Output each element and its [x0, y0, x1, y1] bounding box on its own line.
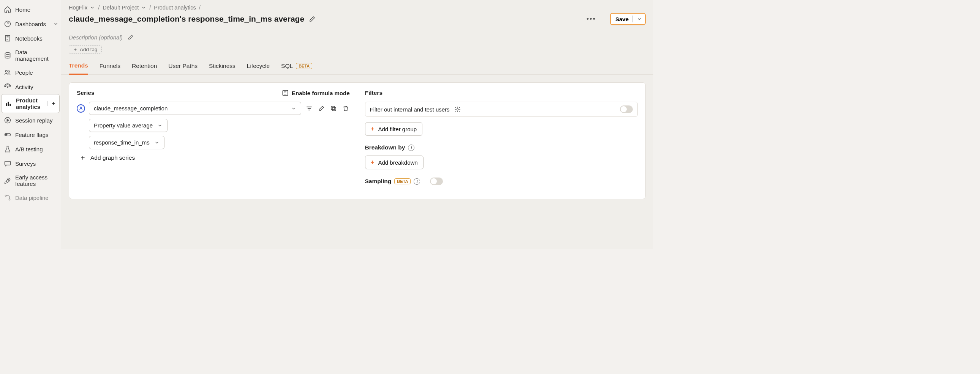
home-icon	[4, 6, 11, 13]
sidebar-item-activity[interactable]: Activity	[0, 80, 61, 94]
sidebar-item-ab-testing[interactable]: A/B testing	[0, 142, 61, 156]
sidebar-label: Surveys	[15, 160, 36, 167]
delete-icon[interactable]	[342, 104, 350, 113]
edit-title-icon[interactable]	[308, 15, 317, 23]
chat-icon	[4, 160, 11, 167]
enable-formula-mode-button[interactable]: Enable formula mode	[282, 90, 350, 96]
description-row[interactable]: Description (optional)	[61, 29, 653, 41]
svg-point-2	[5, 53, 10, 55]
sidebar-item-surveys[interactable]: Surveys	[0, 156, 61, 171]
add-breakdown-button[interactable]: + Add breakdown	[365, 155, 423, 169]
add-filter-group-button[interactable]: + Add filter group	[365, 122, 423, 136]
svg-point-5	[7, 86, 8, 87]
sidebar-item-notebooks[interactable]: Notebooks	[0, 31, 61, 46]
copy-icon[interactable]	[329, 104, 338, 113]
svg-point-11	[6, 134, 7, 135]
sampling-heading-row: Sampling BETA i	[365, 177, 638, 185]
notebook-icon	[4, 35, 11, 42]
svg-point-13	[8, 179, 9, 181]
tab-lifecycle[interactable]: Lifecycle	[247, 62, 270, 74]
flask-icon	[4, 145, 11, 153]
sidebar-label: Home	[15, 6, 30, 13]
tab-label: User Paths	[168, 63, 197, 70]
rename-icon[interactable]	[317, 104, 326, 113]
filter-internal-toggle[interactable]	[620, 105, 633, 113]
breadcrumb-section[interactable]: Product analytics	[154, 5, 196, 11]
aggregation-select[interactable]: Property value average	[89, 119, 167, 132]
sidebar-item-home[interactable]: Home	[0, 2, 61, 17]
insight-tabs: Trends Funnels Retention User Paths Stic…	[61, 54, 653, 75]
gear-icon[interactable]	[453, 105, 462, 113]
sidebar-label: Dashboards	[15, 21, 46, 27]
tab-label: Trends	[69, 62, 88, 69]
tab-label: Retention	[132, 63, 157, 70]
formula-toggle-label: Enable formula mode	[292, 90, 350, 96]
svg-rect-6	[6, 103, 7, 106]
sidebar-label: People	[15, 70, 33, 76]
info-icon[interactable]: i	[414, 178, 420, 185]
tab-sql[interactable]: SQL BETA	[281, 62, 312, 74]
sidebar-item-data-pipeline[interactable]: Data pipeline	[0, 190, 61, 205]
sidebar-item-early-access[interactable]: Early access features	[0, 171, 61, 190]
save-button-label: Save	[615, 16, 628, 22]
sidebar-item-session-replay[interactable]: Session replay	[0, 113, 61, 127]
add-graph-series-button[interactable]: Add graph series	[80, 154, 350, 161]
breadcrumb-section-label: Product analytics	[154, 5, 196, 11]
breadcrumb-org[interactable]: HogFlix	[69, 5, 95, 11]
query-panel: Series Enable formula mode A claude_mess…	[69, 82, 646, 199]
dashboards-expand[interactable]	[50, 21, 59, 27]
property-select[interactable]: response_time_in_ms	[89, 136, 164, 149]
sidebar-label: Data management	[15, 49, 57, 62]
sidebar-item-product-analytics[interactable]: Product analytics	[1, 94, 60, 113]
sidebar: Home Dashboards Notebooks Data managemen…	[0, 0, 61, 249]
add-insight-button[interactable]	[48, 101, 56, 106]
main: HogFlix / Default Project / Product anal…	[61, 0, 653, 249]
divider	[603, 14, 603, 24]
breadcrumb-project-label: Default Project	[103, 5, 138, 11]
page-title: claude_message_completion's response_tim…	[69, 14, 317, 24]
save-button[interactable]: Save	[610, 13, 646, 25]
page-title-text: claude_message_completion's response_tim…	[69, 14, 304, 24]
sidebar-label: Product analytics	[16, 97, 44, 110]
breadcrumb-sep: /	[149, 5, 151, 11]
add-tag-button[interactable]: Add tag	[69, 45, 102, 54]
tab-trends[interactable]: Trends	[69, 62, 88, 75]
event-select[interactable]: claude_message_completion	[89, 101, 301, 115]
sidebar-item-people[interactable]: People	[0, 65, 61, 80]
broadcast-icon	[4, 83, 11, 91]
tab-retention[interactable]: Retention	[132, 62, 157, 74]
info-icon[interactable]: i	[408, 144, 414, 151]
sidebar-item-dashboards[interactable]: Dashboards	[0, 17, 61, 31]
tab-user-paths[interactable]: User Paths	[168, 62, 197, 74]
tab-label: Stickiness	[209, 63, 235, 70]
sidebar-label: Session replay	[15, 117, 52, 124]
svg-rect-7	[8, 101, 9, 106]
breadcrumb-org-label: HogFlix	[69, 5, 88, 11]
sidebar-item-feature-flags[interactable]: Feature flags	[0, 127, 61, 142]
svg-rect-18	[331, 106, 335, 109]
more-menu-button[interactable]: •••	[587, 15, 596, 23]
series-letter-badge: A	[77, 104, 85, 113]
svg-rect-12	[5, 161, 11, 165]
sidebar-label: Activity	[15, 84, 33, 90]
edit-description-icon[interactable]	[126, 33, 135, 41]
tab-stickiness[interactable]: Stickiness	[209, 62, 235, 74]
add-breakdown-label: Add breakdown	[378, 159, 417, 166]
sidebar-label: Notebooks	[15, 35, 43, 42]
svg-point-14	[5, 195, 6, 196]
add-series-label: Add graph series	[91, 154, 135, 161]
breadcrumb-project[interactable]: Default Project	[103, 5, 146, 11]
tab-label: Lifecycle	[247, 63, 270, 70]
breadcrumb-sep: /	[199, 5, 200, 11]
filter-icon[interactable]	[305, 104, 313, 113]
sidebar-item-data-management[interactable]: Data management	[0, 46, 61, 65]
svg-rect-8	[10, 104, 11, 106]
svg-point-15	[9, 199, 10, 200]
sampling-toggle[interactable]	[430, 177, 443, 185]
people-icon	[4, 69, 11, 76]
add-tag-label: Add tag	[80, 47, 98, 52]
database-icon	[4, 52, 11, 59]
tab-funnels[interactable]: Funnels	[100, 62, 121, 74]
sidebar-label: Data pipeline	[15, 195, 49, 201]
bar-chart-icon	[5, 100, 12, 107]
